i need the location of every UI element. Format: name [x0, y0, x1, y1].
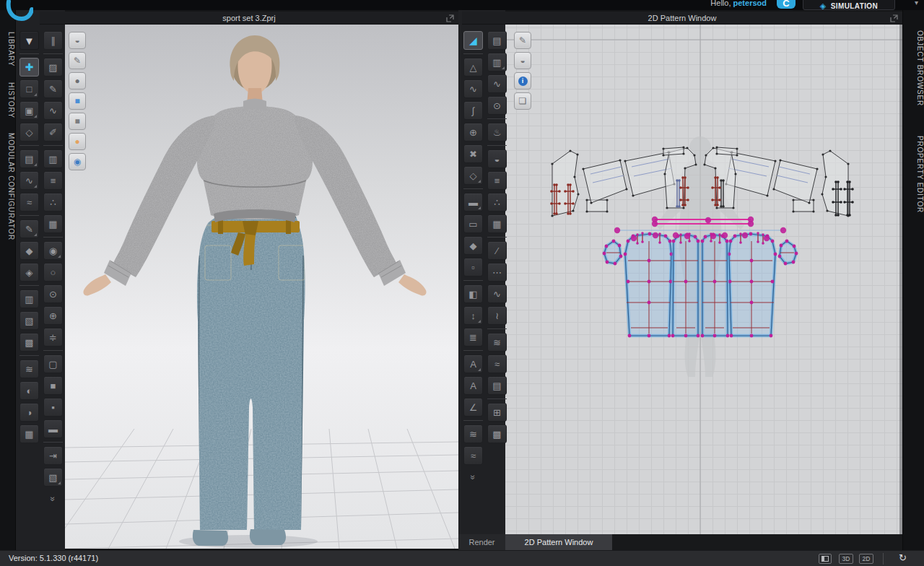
- show-avatar-toggle-icon[interactable]: ●: [69, 72, 86, 90]
- tab-2d-pattern-window[interactable]: 2D Pattern Window: [505, 534, 612, 550]
- edit-pattern-icon[interactable]: △: [463, 58, 483, 77]
- cloth-fold-icon[interactable]: ◧: [463, 284, 483, 303]
- pattern-point-waist-points[interactable]: [673, 232, 679, 238]
- free-sewing-3d-icon[interactable]: ∿: [19, 171, 39, 190]
- show-ground-toggle-icon[interactable]: ◉: [69, 153, 86, 170]
- checkerboard-icon[interactable]: ▦: [487, 214, 507, 233]
- pin-tool-icon[interactable]: ✎: [19, 219, 39, 238]
- clone-layer-icon[interactable]: ▥: [19, 289, 39, 308]
- shirring-b-icon[interactable]: ≈: [487, 354, 507, 373]
- garment-shape-icon[interactable]: ◒: [487, 149, 507, 168]
- transform-pattern-3d-icon[interactable]: ▣: [19, 101, 39, 120]
- sidebar-tab-library[interactable]: LIBRARY: [0, 29, 15, 69]
- show-garment-toggle-icon[interactable]: ◒: [69, 32, 86, 49]
- split-view-button[interactable]: [819, 554, 832, 564]
- edit-sewing-icon[interactable]: ▥: [487, 53, 507, 71]
- edit-measure-icon[interactable]: ↕: [463, 306, 483, 325]
- view-3d-button[interactable]: 3D: [839, 554, 853, 564]
- fabric-swatch-icon[interactable]: ▪: [43, 398, 63, 417]
- rectangle-selection-icon[interactable]: □: [19, 79, 39, 98]
- transform-pattern-icon[interactable]: ◢: [463, 31, 483, 50]
- viewport-2d-pattern[interactable]: [505, 25, 902, 534]
- pattern-piece-sleeve-lower[interactable]: [774, 160, 817, 203]
- fold-garment-icon[interactable]: ▧: [43, 468, 63, 487]
- machine-shirring-icon[interactable]: ▤: [487, 376, 507, 395]
- gizmo-arrow-icon[interactable]: ▼: [19, 31, 39, 50]
- pattern-piece-cuff-band[interactable]: [587, 200, 607, 212]
- popout-icon-2d[interactable]: [890, 14, 898, 22]
- solidify-garment-icon[interactable]: ≋: [19, 360, 39, 378]
- viewport-3d[interactable]: [65, 25, 458, 549]
- garment-pencil-icon[interactable]: ✐: [43, 123, 63, 142]
- more-tools-left-icon[interactable]: »: [43, 489, 63, 508]
- pattern-outline-icon[interactable]: ▭: [463, 214, 483, 233]
- show-fabric-toggle-icon[interactable]: ❏: [514, 92, 531, 110]
- flatten-mesh-icon[interactable]: ▦: [19, 425, 39, 443]
- checker-garment-icon[interactable]: ▦: [43, 214, 63, 233]
- refresh-icon[interactable]: ↻: [899, 552, 907, 563]
- grading-garment-icon[interactable]: ▨: [43, 58, 63, 77]
- edit-sewing-3d-icon[interactable]: ≈: [19, 193, 39, 212]
- sidebar-tab-history[interactable]: HISTORY: [0, 79, 15, 121]
- show-info-toggle-icon[interactable]: i: [514, 72, 531, 90]
- button-stick-icon[interactable]: ⊙: [43, 284, 63, 303]
- show-sewing-toggle-icon[interactable]: ✎: [514, 32, 531, 49]
- segment-sewing-3d-icon[interactable]: ▤: [19, 149, 39, 168]
- simulation-dropdown-chevron[interactable]: ▾: [915, 0, 918, 6]
- pattern-point-elastic-line[interactable]: [780, 227, 786, 233]
- pattern-point-waist-points[interactable]: [631, 235, 637, 241]
- buttonhole-icon[interactable]: ○: [43, 263, 63, 282]
- more-tools-mid-icon[interactable]: »: [463, 468, 483, 487]
- elastic-tool-icon[interactable]: ⋯: [487, 263, 507, 282]
- select-move-icon[interactable]: ✚: [19, 58, 39, 77]
- garment-curve-icon[interactable]: ∿: [43, 101, 63, 120]
- avatar-tape-icon[interactable]: ◑: [19, 403, 39, 422]
- dart-tool-icon[interactable]: ◆: [463, 236, 483, 255]
- pattern-point-waist-points[interactable]: [764, 235, 770, 241]
- edit-seam-cross-icon[interactable]: ✖: [463, 144, 483, 163]
- pattern-piece-sleeve-lower[interactable]: [583, 160, 627, 203]
- pleats-tool-icon[interactable]: ≋: [463, 425, 483, 443]
- sidebar-tab-property-editor[interactable]: PROPERTY EDITOR: [903, 133, 924, 216]
- fit-to-avatar-icon[interactable]: ▩: [19, 333, 39, 352]
- edit-protractor-icon[interactable]: ∠: [463, 398, 483, 417]
- simulation-button[interactable]: ◈SIMULATION: [803, 0, 895, 10]
- pattern-piece-neck-band[interactable]: [717, 147, 737, 155]
- fabric-back-toggle-icon[interactable]: ■: [69, 113, 86, 130]
- pin-line-icon[interactable]: ∕: [487, 241, 507, 260]
- avatar-circumference-icon[interactable]: ◐: [19, 381, 39, 400]
- pattern-piece-neck-band[interactable]: [663, 147, 684, 155]
- pattern-piece-pant-back-panel[interactable]: [729, 234, 775, 336]
- text-tool-icon[interactable]: A: [463, 376, 483, 395]
- pattern-point-waist-points[interactable]: [710, 233, 716, 239]
- pattern-point-waist-points[interactable]: [742, 232, 748, 238]
- tack-tool-icon[interactable]: ◆: [19, 241, 39, 260]
- pattern-point-waistband-piece[interactable]: [652, 221, 658, 227]
- fabric-roll-icon[interactable]: ▢: [43, 354, 63, 373]
- measure-ruler-icon[interactable]: ≣: [463, 328, 483, 347]
- pattern-piece-cuff-band[interactable]: [793, 200, 814, 212]
- seam-taping-icon[interactable]: ≀: [487, 306, 507, 325]
- pattern-point-waist-points[interactable]: [684, 233, 690, 239]
- pattern-piece-pant-back-panel[interactable]: [625, 234, 671, 336]
- wave-seam-icon[interactable]: ∿: [487, 284, 507, 303]
- show-pins-toggle-icon[interactable]: ✎: [69, 52, 86, 69]
- trace-tool-icon[interactable]: ▫: [463, 258, 483, 277]
- edit-curvature-icon[interactable]: ∿: [463, 79, 483, 98]
- pattern-point-waist-points[interactable]: [653, 232, 658, 238]
- skin-offset-toggle-icon[interactable]: ●: [69, 133, 86, 150]
- segment-sewing-icon[interactable]: ▤: [487, 31, 507, 50]
- sidebar-tab-modular-configurator[interactable]: MODULAR CONFIGURATOR: [0, 130, 15, 243]
- pattern-point-waist-points[interactable]: [722, 232, 728, 238]
- free-sewing-icon[interactable]: ∿: [487, 74, 507, 93]
- retopo-mesh-icon[interactable]: ▩: [487, 425, 507, 443]
- polygon-tool-icon[interactable]: ◇: [463, 166, 483, 185]
- fabric-square-icon[interactable]: ■: [43, 376, 63, 395]
- fasten-button-icon[interactable]: ⊕: [43, 306, 63, 325]
- fabric-large-icon[interactable]: ▬: [43, 419, 63, 438]
- pleat-fold-icon[interactable]: ≈: [463, 446, 483, 465]
- button-tool-icon[interactable]: ◉: [43, 241, 63, 260]
- fabric-front-toggle-icon[interactable]: ■: [69, 92, 86, 110]
- garment-pen-icon[interactable]: ✎: [43, 79, 63, 98]
- zipper-tool-icon[interactable]: ≑: [43, 328, 63, 347]
